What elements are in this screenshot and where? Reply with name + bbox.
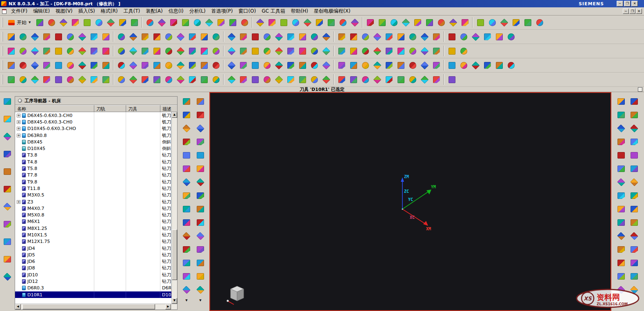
toolbar-icon[interactable] [76,31,88,42]
side-toolbar-icon[interactable] [195,204,206,214]
doc-restore-button[interactable]: ❐ [629,9,635,14]
side-toolbar-icon[interactable] [628,244,640,255]
toolbar-icon[interactable] [34,17,45,28]
toolbar-icon[interactable] [81,17,93,28]
toolbar-icon[interactable] [198,31,210,42]
toolbar-icon[interactable] [17,31,29,42]
table-row[interactable]: +D6X45-0.6X0.3-CH0铣刀 [15,112,171,119]
toolbar-icon[interactable] [309,45,320,57]
toolbar-icon[interactable] [297,31,308,42]
toolbar-icon[interactable] [100,45,111,57]
toolbar-icon[interactable] [273,74,284,85]
table-row[interactable]: M4X0.7钻刀 [15,205,171,212]
side-toolbar-icon[interactable] [628,96,640,107]
toolbar-icon[interactable] [320,45,332,57]
table-row[interactable]: +D63R0.8铣刀 [15,132,171,139]
toolbar-icon[interactable] [5,45,17,57]
side-toolbar-icon[interactable] [195,217,206,228]
hscroll-track[interactable] [21,304,165,309]
side-toolbar-icon[interactable] [2,96,13,107]
toolbar-icon[interactable] [458,60,469,71]
side-toolbar-icon[interactable] [2,149,13,159]
toolbar-icon[interactable] [76,60,88,71]
graphics-viewport[interactable]: ZM YM XM ZC YC XC [209,92,611,311]
toolbar-icon[interactable] [395,74,406,85]
menu-item[interactable]: 星创电极编程(X) [311,7,353,15]
toolbar-icon[interactable] [320,31,332,42]
side-toolbar-icon[interactable] [181,244,192,255]
side-toolbar-icon[interactable] [2,219,13,229]
toolbar-icon[interactable] [383,60,395,71]
toolbar-icon[interactable] [100,31,111,42]
doc-minimize-button[interactable]: ─ [623,9,629,14]
side-toolbar-icon[interactable] [195,231,206,241]
toolbar-icon[interactable] [226,60,237,71]
toolbar-icon[interactable] [395,31,406,42]
toolbar-icon[interactable] [371,31,383,42]
toolbar-icon[interactable] [53,60,64,71]
menu-item[interactable]: 装配(A) [143,7,166,15]
toolbar-icon[interactable] [227,17,238,28]
toolbar-icon[interactable] [239,17,250,28]
side-toolbar-icon[interactable] [195,177,206,187]
side-toolbar-icon[interactable] [615,204,627,214]
toolbar-icon[interactable] [285,74,296,85]
toolbar-icon[interactable] [88,60,100,71]
toolbar-icon[interactable] [115,74,127,85]
toolbar-icon[interactable] [309,74,320,85]
table-row[interactable]: T11.8钻刀 [15,185,171,192]
toolbar-icon[interactable] [371,74,383,85]
toolbar-icon[interactable] [187,45,198,57]
table-row[interactable]: M5X0.8钻刀 [15,212,171,218]
toolbar-grip-handle[interactable] [2,60,4,70]
table-row[interactable]: D8X45倒斜 [15,139,171,145]
toolbar-icon[interactable] [510,17,522,28]
toolbar-icon[interactable] [446,31,457,42]
hscroll-thumb[interactable] [22,304,155,309]
toolbar-icon[interactable] [5,31,17,42]
toolbar-icon[interactable] [446,74,457,85]
toolbar-icon[interactable] [41,60,52,71]
toolbar-icon[interactable] [163,74,174,85]
side-toolbar-icon[interactable] [628,204,640,214]
toolbar-icon[interactable] [249,31,261,42]
table-row[interactable]: D10R1D10 [15,291,171,298]
side-toolbar-icon[interactable] [181,177,192,187]
toolbar-icon[interactable] [5,74,17,85]
toolbar-icon[interactable] [348,45,359,57]
toolbar-icon[interactable] [210,31,222,42]
vertical-scrollbar[interactable]: ▲ ▼ [171,112,177,304]
side-toolbar-icon[interactable] [615,244,627,255]
side-toolbar-icon[interactable] [628,110,640,120]
toolbar-icon[interactable] [273,60,284,71]
toolbar-icon[interactable] [482,31,493,42]
toolbar-icon[interactable] [64,45,76,57]
toolbar-icon[interactable] [144,17,155,28]
scroll-up-icon[interactable]: ▲ [172,112,177,118]
table-row[interactable]: +D10X45-0.6X0.3-CHO铣刀 [15,126,171,132]
scroll-thumb[interactable] [172,229,177,280]
table-row[interactable]: JD8钻刀 [15,265,171,271]
menu-item[interactable]: 格式(R) [98,7,121,15]
side-toolbar-icon[interactable] [181,204,192,214]
toolbar-icon[interactable] [198,60,210,71]
toolbar-icon[interactable] [168,17,179,28]
side-toolbar-icon[interactable] [628,217,640,228]
toolbar-icon[interactable] [139,74,151,85]
toolbar-icon[interactable] [198,45,210,57]
toolbar-icon[interactable] [505,60,517,71]
toolbar-icon[interactable] [407,45,418,57]
toolbar-icon[interactable] [395,60,406,71]
start-menu-button[interactable]: 开始▼ [5,18,33,27]
toolbar-icon[interactable] [29,31,40,42]
toolbar-icon[interactable] [261,31,273,42]
toolbar-icon[interactable] [238,74,249,85]
toolbar-icon[interactable] [302,17,313,28]
toolbar-icon[interactable] [407,74,418,85]
toolbar-icon[interactable] [482,60,493,71]
toolbar-icon[interactable] [285,45,296,57]
toolbar-icon[interactable] [261,60,273,71]
toolbar-icon[interactable] [419,45,430,57]
table-row[interactable]: JD4钻刀 [15,245,171,251]
toolbar-icon[interactable] [313,17,325,28]
